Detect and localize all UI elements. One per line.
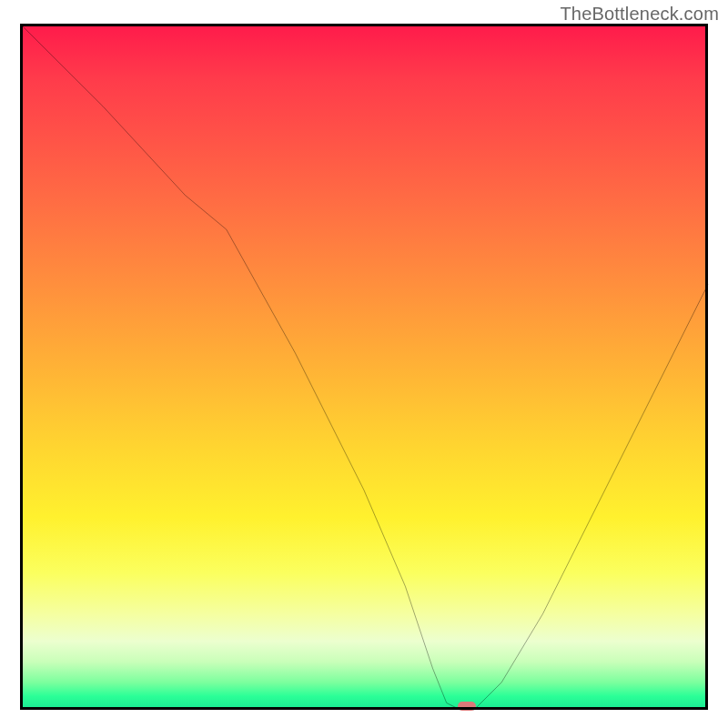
- watermark-text: TheBottleneck.com: [560, 4, 719, 25]
- bottleneck-curve: [20, 24, 708, 710]
- curve-path: [20, 24, 708, 710]
- minimum-marker: [458, 702, 476, 711]
- chart-canvas: TheBottleneck.com: [0, 0, 728, 728]
- plot-area: [20, 24, 708, 710]
